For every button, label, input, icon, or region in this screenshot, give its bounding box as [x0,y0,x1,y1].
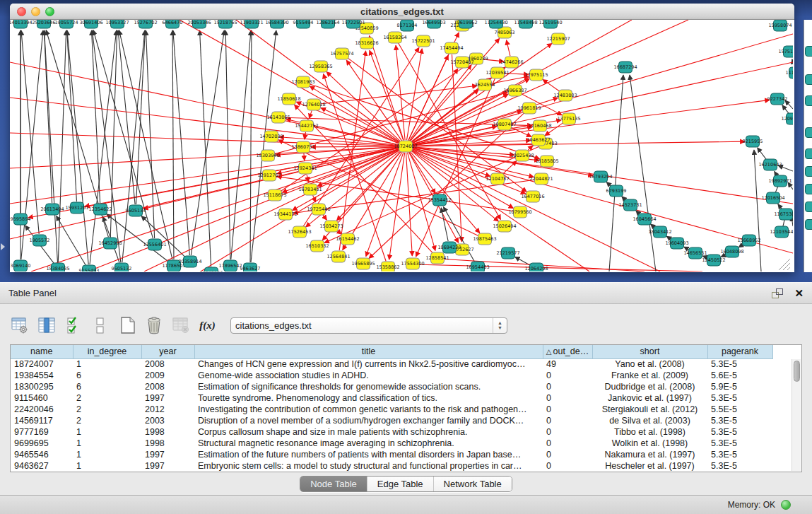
table-row[interactable]: 946554611997Estimation of the future num… [11,449,793,460]
cell-short: Franke et al. (2009) [592,370,707,381]
cell-short: Dudbridge et al. (2008) [592,381,707,392]
network-canvas[interactable]: 1872400716158264157225011745449414960289… [10,20,793,271]
table-row[interactable]: 2242004622012Investigating the contribut… [11,404,793,415]
cell-short: Wolkin et al. (1998) [592,438,707,449]
table-row[interactable]: 969969511998Structural magnetic resonanc… [11,438,793,449]
table-row[interactable]: 977716911998Corpus callosum shape and si… [11,426,793,438]
network-edge [399,43,501,220]
network-edge [225,30,230,259]
cell-title: Changes of HCN gene expression and I(f) … [194,358,543,370]
table-row[interactable]: 1872400712008Changes of HCN gene express… [11,358,793,370]
network-node-label: 16649503 [422,20,445,25]
network-node-label: 10025438 [510,153,534,158]
table-toolbar: f(x) citations_edges.txt ▲▼ [10,313,507,337]
float-panel-icon[interactable] [772,288,783,298]
cell-title: Structural magnetic resonance image aver… [194,438,543,449]
network-node-label: 15026494 [493,223,516,229]
network-node[interactable] [805,95,812,106]
network-node-label: 10807487 [493,122,516,127]
cell-title: Corpus callosum shape and size in male p… [194,426,543,438]
cell-out_de: 0 [543,438,592,449]
network-node-label: 15354452 [428,197,451,203]
delete-column-icon[interactable] [144,315,163,335]
network-node-label: 18043412 [648,229,671,235]
background-network-window[interactable] [804,20,812,272]
network-node-label: 10799560 [508,209,531,215]
tab-edge-table[interactable]: Edge Table [367,477,433,491]
network-node-label: 16793204 [589,174,612,180]
table-settings-icon[interactable] [10,315,29,335]
network-node-label: 15276702 [134,20,157,25]
column-header-year[interactable]: year [141,345,194,358]
window-resize-grip-icon[interactable] [787,267,790,270]
cell-out_de: 0 [543,415,592,426]
network-node[interactable] [805,219,812,230]
table-row[interactable]: 1830029562008Estimation of significance … [11,381,793,392]
network-node-label: 19892971 [768,178,792,184]
function-builder-icon[interactable]: f(x) [198,315,217,335]
tab-node-table[interactable]: Node Table [300,477,367,491]
network-node-label: 15668952 [737,238,760,243]
network-node[interactable] [805,127,812,138]
network-node-label: 16477016 [521,194,544,199]
column-header-short[interactable]: short [592,345,707,358]
network-node-label: 16143065 [266,115,290,120]
network-node-label: 15442752 [295,123,318,129]
cell-year: 1997 [141,460,194,472]
column-header-title[interactable]: title [194,345,543,358]
network-node[interactable] [805,166,812,177]
network-edge [406,34,793,146]
column-header-pagerank[interactable]: pagerank [707,345,772,358]
network-node[interactable] [805,74,812,85]
select-all-icon[interactable] [64,315,83,335]
network-edge [413,264,702,271]
network-node-label: 19344172 [273,211,297,217]
tab-network-table[interactable]: Network Table [433,477,512,491]
table-row[interactable]: 911546021997Tourette syndrome. Phenomeno… [11,392,793,404]
table-scrollbar[interactable] [792,359,801,471]
column-header-in_degree[interactable]: in_degree [73,345,141,358]
cell-in_degree: 6 [73,370,141,381]
network-edge [758,148,767,160]
table-selector-dropdown[interactable]: citations_edges.txt ▲▼ [230,317,507,334]
network-window[interactable]: citations_edges.txt 18724007161582641572… [10,4,794,272]
network-edge [21,30,39,234]
network-node-label: 11850618 [277,96,300,102]
network-node[interactable] [805,148,812,159]
network-node-label: 19725440 [307,206,330,212]
network-node-label: 14702039 [259,134,283,139]
memory-status-indicator-icon[interactable] [781,500,791,510]
network-window-titlebar[interactable]: citations_edges.txt [10,4,794,20]
cell-title: Investigating the contribution of common… [194,404,543,415]
close-panel-icon[interactable]: ✕ [794,288,804,298]
network-node-label: 11903321 [240,20,263,25]
table-row[interactable]: 946362711997Embryonic stem cells: a mode… [11,460,793,472]
network-edge [45,30,58,262]
node-table: namein_degreeyeartitle△out_de…shortpager… [10,344,802,472]
network-edge [317,149,400,187]
cell-in_degree: 2 [73,415,141,426]
panel-collapse-arrow-icon[interactable] [1,243,5,250]
column-header-name[interactable]: name [11,345,73,358]
network-node[interactable] [805,184,812,194]
network-edge [406,49,422,140]
table-row[interactable]: 1938455462009Genome-wide association stu… [11,370,793,381]
network-node-label: 12862164 [316,20,339,25]
window-resize-grip-icon[interactable] [783,263,790,270]
network-node-label: 16510332 [305,243,329,249]
new-column-icon[interactable] [117,315,136,335]
cell-in_degree: 1 [73,358,141,370]
column-visibility-icon[interactable] [37,315,56,335]
table-scrollbar-thumb[interactable] [794,361,800,382]
network-node-label: 14523731 [618,202,642,208]
clear-selection-icon[interactable] [90,315,110,335]
table-panel: Table Panel ✕ f(x) citations_edges.txt [0,282,812,495]
network-node[interactable] [805,201,812,212]
table-header-row[interactable]: namein_degreeyeartitle△out_de…shortpager… [11,345,793,358]
column-header-out_de[interactable]: △out_de… [543,345,592,358]
network-node[interactable] [805,46,812,57]
table-panel-header: Table Panel ✕ [0,282,812,304]
network-node-label: 19565895 [351,261,375,267]
cell-short: Tibbo et al. (1998) [592,426,707,438]
table-row[interactable]: 1456911722003Disruption of a novel membe… [11,415,793,426]
